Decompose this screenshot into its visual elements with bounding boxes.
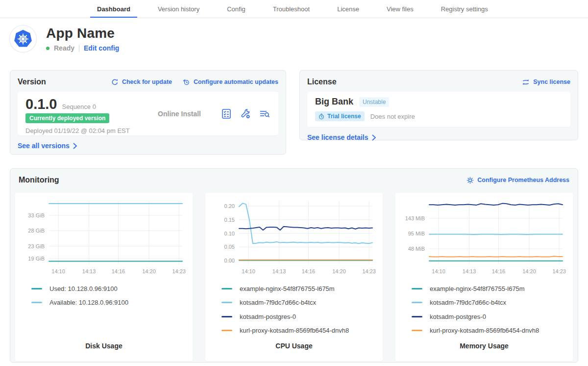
chevron-right-icon — [372, 134, 376, 141]
series-color-dash — [221, 302, 232, 303]
tab-dashboard[interactable]: Dashboard — [97, 0, 130, 18]
divider — [79, 45, 79, 52]
legend-label: kotsadm-postgres-0 — [240, 313, 296, 320]
tab-license[interactable]: License — [337, 0, 359, 18]
svg-text:14:23: 14:23 — [362, 268, 376, 274]
wrench-gear-icon — [240, 108, 251, 120]
svg-text:23 GiB: 23 GiB — [28, 243, 45, 249]
legend-label: Used: 10.128.0.96:9100 — [49, 285, 118, 292]
cpu-usage-legend: example-nginx-54f8f76755-l675mkotsadm-7f… — [205, 282, 383, 338]
license-assignee: Big Bank — [315, 97, 353, 107]
refresh-icon — [111, 78, 119, 86]
svg-text:0.20: 0.20 — [224, 203, 235, 209]
tab-view-files[interactable]: View files — [387, 0, 414, 18]
legend-item: example-nginx-54f8f76755-l675m — [412, 282, 573, 296]
svg-text:0.00: 0.00 — [224, 258, 235, 263]
license-card: License Sync license Big Bank Unstable — [299, 70, 578, 140]
license-expiry: Does not expire — [370, 113, 415, 120]
app-status-text: Ready — [54, 44, 74, 52]
svg-text:14:16: 14:16 — [302, 268, 316, 274]
legend-label: kotsadm-7f9dc7d66c-b4tcx — [430, 299, 506, 306]
disk-usage-legend: Used: 10.128.0.96:9100Available: 10.128.… — [15, 282, 193, 310]
trial-license-badge: Trial license — [315, 111, 365, 121]
logs-magnifier-icon — [259, 108, 270, 120]
legend-label: kotsadm-postgres-0 — [430, 313, 486, 320]
svg-text:19 GiB: 19 GiB — [28, 256, 45, 261]
svg-text:14:10: 14:10 — [432, 268, 445, 274]
memory-usage-legend: example-nginx-54f8f76755-l675mkotsadm-7f… — [395, 282, 573, 338]
legend-item: example-nginx-54f8f76755-l675m — [221, 282, 383, 296]
version-card: Version Check for update — [10, 70, 286, 155]
license-title: License — [307, 78, 337, 86]
sync-license-button[interactable]: Sync license — [522, 78, 570, 86]
svg-text:14:10: 14:10 — [242, 268, 255, 274]
series-color-dash — [412, 302, 422, 303]
see-all-versions-link[interactable]: See all versions — [18, 142, 77, 150]
gear-icon — [466, 177, 474, 184]
svg-text:14:13: 14:13 — [463, 268, 476, 274]
series-color-dash — [221, 316, 232, 317]
channel-badge: Unstable — [359, 97, 389, 107]
current-version-box: 0.1.0 Sequence 0 Currently deployed vers… — [18, 92, 278, 135]
configure-prometheus-button[interactable]: Configure Prometheus Address — [466, 177, 569, 184]
chevron-right-icon — [73, 143, 77, 149]
deployed-timestamp: Deployed 01/19/22 @ 02:04 pm EST — [25, 127, 138, 134]
currently-deployed-badge: Currently deployed version — [25, 113, 109, 123]
series-color-dash — [412, 288, 422, 289]
memory-usage-chart[interactable]: 143 MiB95 MiB48 MiB14:1014:1314:1614:201… — [401, 197, 567, 275]
legend-label: kotsadm-7f9dc7d66c-b4tcx — [240, 299, 316, 306]
svg-text:95 MiB: 95 MiB — [408, 231, 425, 236]
tab-config[interactable]: Config — [227, 0, 245, 18]
see-license-details-link[interactable]: See license details — [307, 133, 376, 141]
monitoring-section: Monitoring Configure Prometheus Address … — [10, 168, 578, 363]
tab-registry-settings[interactable]: Registry settings — [441, 0, 488, 18]
cpu-usage-chart[interactable]: 0.200.150.100.050.0014:1014:1314:1614:20… — [211, 197, 377, 275]
legend-item: kotsadm-7f9dc7d66c-b4tcx — [412, 296, 573, 310]
view-deploy-logs-button[interactable] — [259, 108, 270, 120]
series-color-dash — [31, 288, 42, 289]
legend-item: Used: 10.128.0.96:9100 — [31, 282, 193, 296]
legend-label: example-nginx-54f8f76755-l675m — [240, 285, 335, 292]
legend-label: Available: 10.128.0.96:9100 — [49, 299, 128, 306]
sync-arrows-icon — [522, 78, 530, 86]
license-details-box: Big Bank Unstable Trial license Does not… — [307, 92, 570, 127]
series-color-dash — [412, 316, 422, 317]
svg-text:0.10: 0.10 — [224, 231, 235, 236]
edit-config-link[interactable]: Edit config — [84, 44, 119, 52]
ready-status-icon — [46, 47, 49, 50]
series-color-dash — [221, 330, 232, 331]
clock-refresh-icon — [183, 78, 190, 86]
svg-text:0.05: 0.05 — [224, 244, 235, 250]
svg-text:14:10: 14:10 — [51, 268, 65, 274]
disk-usage-chart[interactable]: 33 GiB28 GiB23 GiB19 GiB14:1014:1314:161… — [21, 197, 187, 275]
preflight-checks-button[interactable] — [220, 108, 232, 120]
legend-item: Available: 10.128.0.96:9100 — [31, 296, 193, 310]
install-type-label: Online Install — [158, 110, 201, 118]
svg-text:33 GiB: 33 GiB — [28, 212, 45, 218]
svg-text:14:13: 14:13 — [272, 268, 286, 274]
tab-troubleshoot[interactable]: Troubleshoot — [273, 0, 310, 18]
edit-config-version-button[interactable] — [240, 108, 251, 120]
svg-text:28 GiB: 28 GiB — [28, 228, 45, 234]
cpu-usage-card: 0.200.150.100.050.0014:1014:1314:1614:20… — [205, 193, 383, 361]
legend-label: kurl-proxy-kotsadm-8569fb6454-dnvh8 — [240, 327, 349, 334]
tab-version-history[interactable]: Version history — [158, 0, 199, 18]
legend-item: kurl-proxy-kotsadm-8569fb6454-dnvh8 — [412, 324, 573, 338]
configure-automatic-updates-button[interactable]: Configure automatic updates — [183, 78, 278, 86]
memory-usage-title: Memory Usage — [395, 342, 573, 350]
legend-item: kotsadm-7f9dc7d66c-b4tcx — [221, 296, 383, 310]
disk-usage-title: Disk Usage — [15, 342, 193, 350]
series-color-dash — [412, 330, 422, 331]
svg-text:14:16: 14:16 — [492, 268, 506, 274]
legend-item: kotsadm-postgres-0 — [221, 310, 383, 324]
check-for-update-button[interactable]: Check for update — [111, 78, 172, 86]
app-name-title: App Name — [46, 26, 119, 41]
svg-text:14:20: 14:20 — [142, 268, 156, 274]
memory-usage-card: 143 MiB95 MiB48 MiB14:1014:1314:1614:201… — [395, 193, 573, 361]
app-header: App Name Ready Edit config — [10, 26, 578, 52]
legend-item: kotsadm-postgres-0 — [412, 310, 573, 324]
checklist-icon — [220, 108, 232, 120]
series-color-dash — [221, 288, 232, 289]
svg-text:14:20: 14:20 — [522, 268, 536, 274]
svg-text:14:23: 14:23 — [552, 268, 566, 274]
